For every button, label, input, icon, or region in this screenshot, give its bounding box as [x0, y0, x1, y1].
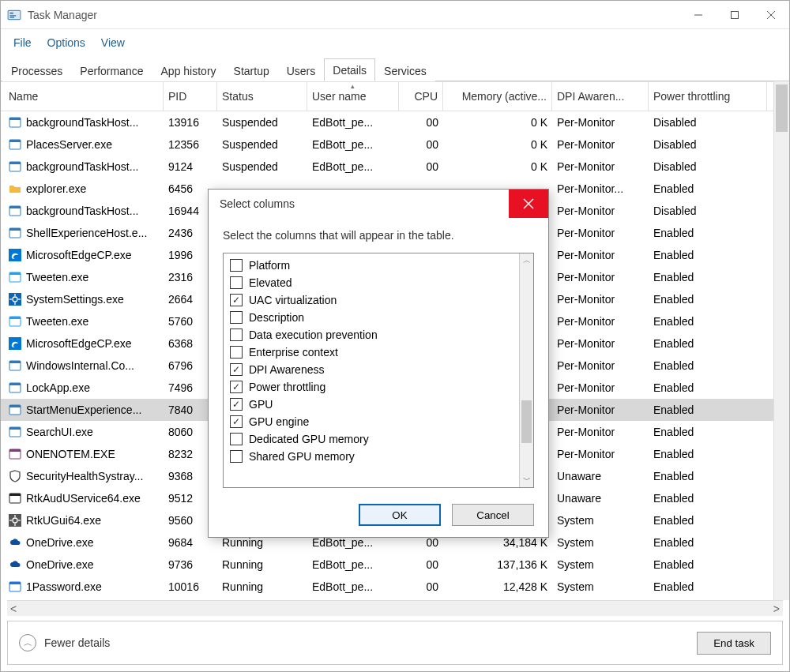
- tab-users[interactable]: Users: [278, 59, 325, 81]
- column-option[interactable]: ✓Power throttling: [227, 378, 516, 396]
- close-button[interactable]: [753, 2, 789, 28]
- cell-pid: 9124: [164, 160, 217, 173]
- checkbox[interactable]: ✓: [230, 363, 243, 376]
- svg-rect-3: [9, 17, 14, 18]
- checkbox[interactable]: [230, 450, 243, 463]
- horizontal-scrollbar[interactable]: < >: [7, 600, 783, 616]
- dialog-scrollbar[interactable]: ︿ ﹀: [519, 253, 533, 487]
- select-columns-dialog: Select columns Select the columns that w…: [208, 189, 549, 538]
- cell-user: EdBott_pe...: [307, 558, 399, 571]
- checkbox[interactable]: [230, 259, 243, 272]
- col-username[interactable]: ▴User name: [307, 82, 399, 111]
- tab-details[interactable]: Details: [324, 58, 375, 81]
- cell-dpi: Per-Monitor: [552, 271, 649, 283]
- scroll-right-icon[interactable]: >: [773, 603, 780, 615]
- cancel-button[interactable]: Cancel: [452, 504, 534, 526]
- checkbox[interactable]: [230, 276, 243, 289]
- column-option[interactable]: Platform: [227, 257, 516, 274]
- cell-pid: 12356: [164, 138, 217, 151]
- column-option[interactable]: ✓GPU engine: [227, 413, 516, 430]
- column-option[interactable]: ✓GPU: [227, 396, 516, 413]
- minimize-button[interactable]: [680, 2, 717, 28]
- scroll-left-icon[interactable]: <: [10, 603, 17, 615]
- process-icon: [9, 337, 21, 350]
- process-icon: [9, 448, 21, 460]
- cell-memory: 0 K: [443, 160, 552, 173]
- cell-power: Enabled: [649, 249, 767, 261]
- checkbox[interactable]: [230, 433, 243, 445]
- cell-power: Enabled: [649, 536, 767, 549]
- svg-rect-37: [9, 427, 21, 430]
- cell-power: Enabled: [649, 182, 767, 195]
- app-icon: [7, 8, 21, 22]
- col-status[interactable]: Status: [217, 82, 307, 111]
- scroll-up-icon[interactable]: ︿: [520, 253, 533, 268]
- cell-status: Suspended: [217, 138, 307, 151]
- column-option[interactable]: Enterprise context: [227, 344, 516, 361]
- dialog-scroll-thumb[interactable]: [521, 400, 532, 443]
- scroll-thumb[interactable]: [776, 84, 788, 132]
- process-row[interactable]: backgroundTaskHost...9124SuspendedEdBott…: [1, 156, 773, 178]
- checkbox[interactable]: [230, 346, 243, 359]
- cell-power: Disabled: [649, 116, 767, 129]
- ok-button[interactable]: OK: [359, 504, 441, 526]
- tab-performance[interactable]: Performance: [71, 59, 152, 81]
- process-icon: [9, 205, 21, 217]
- cell-dpi: Per-Monitor: [552, 227, 649, 239]
- cell-dpi: Per-Monitor: [552, 381, 649, 394]
- dialog-buttons: OK Cancel: [209, 494, 548, 537]
- end-task-button[interactable]: End task: [697, 632, 771, 655]
- cell-dpi: Per-Monitor: [552, 138, 649, 151]
- menu-view[interactable]: View: [93, 33, 133, 52]
- dialog-close-button[interactable]: [509, 190, 548, 218]
- column-option[interactable]: ✓UAC virtualization: [227, 291, 516, 309]
- cell-cpu: 00: [399, 116, 443, 129]
- col-power[interactable]: Power throttling: [649, 82, 767, 111]
- col-cpu[interactable]: CPU: [399, 82, 443, 111]
- vertical-scrollbar[interactable]: [773, 81, 789, 600]
- col-dpi[interactable]: DPI Awaren...: [552, 82, 649, 111]
- scroll-down-icon[interactable]: ﹀: [520, 473, 533, 487]
- process-icon: [9, 359, 21, 372]
- svg-rect-15: [9, 206, 21, 208]
- column-option[interactable]: Elevated: [227, 274, 516, 291]
- column-headers: Name PID Status ▴User name CPU Memory (a…: [1, 81, 773, 111]
- cell-power: Disabled: [649, 205, 767, 217]
- fewer-details-button[interactable]: ︿ Fewer details: [19, 634, 110, 651]
- process-row[interactable]: PlacesServer.exe12356SuspendedEdBott_pe.…: [1, 133, 773, 156]
- tab-startup[interactable]: Startup: [225, 59, 278, 81]
- col-pid[interactable]: PID: [164, 82, 217, 111]
- process-name: RtkUGui64.exe: [26, 514, 101, 527]
- checkbox[interactable]: ✓: [230, 294, 243, 306]
- maximize-button[interactable]: [717, 2, 753, 28]
- col-username-label: User name: [312, 90, 366, 103]
- column-checklist: PlatformElevated✓UAC virtualizationDescr…: [223, 253, 534, 488]
- menu-file[interactable]: File: [6, 33, 40, 52]
- col-memory[interactable]: Memory (active...: [443, 82, 552, 111]
- checkbox[interactable]: [230, 328, 243, 341]
- svg-rect-2: [9, 15, 16, 17]
- checkbox[interactable]: [230, 311, 243, 324]
- column-option[interactable]: Dedicated GPU memory: [227, 430, 516, 448]
- column-option[interactable]: Shared GPU memory: [227, 448, 516, 465]
- process-row[interactable]: OneDrive.exe9736RunningEdBott_pe...00137…: [1, 554, 773, 576]
- process-name: backgroundTaskHost...: [26, 160, 138, 173]
- tab-app-history[interactable]: App history: [152, 59, 225, 81]
- checkbox[interactable]: ✓: [230, 415, 243, 428]
- cell-power: Enabled: [649, 227, 767, 239]
- menu-options[interactable]: Options: [40, 33, 93, 52]
- checkbox[interactable]: ✓: [230, 381, 243, 393]
- tab-processes[interactable]: Processes: [2, 59, 71, 81]
- col-name[interactable]: Name: [1, 82, 164, 111]
- column-option[interactable]: Data execution prevention: [227, 326, 516, 344]
- process-name: WindowsInternal.Co...: [26, 359, 134, 372]
- cell-user: EdBott_pe...: [307, 138, 399, 151]
- column-option[interactable]: ✓DPI Awareness: [227, 361, 516, 378]
- column-option[interactable]: Description: [227, 309, 516, 326]
- process-row[interactable]: 1Password.exe10016RunningEdBott_pe...001…: [1, 576, 773, 598]
- tab-services[interactable]: Services: [375, 59, 435, 81]
- checkbox[interactable]: ✓: [230, 398, 243, 411]
- column-option-label: Dedicated GPU memory: [249, 433, 369, 445]
- process-row[interactable]: backgroundTaskHost...13916SuspendedEdBot…: [1, 111, 773, 133]
- cell-cpu: 00: [399, 580, 443, 593]
